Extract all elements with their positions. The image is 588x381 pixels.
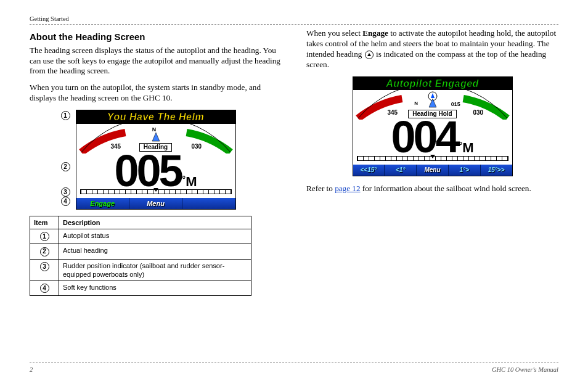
callout-3: 3 <box>61 187 70 197</box>
svg-text:N: N <box>414 100 418 106</box>
row-desc-1: Autopilot status <box>59 229 251 244</box>
softkey-engage[interactable]: Engage <box>76 198 129 209</box>
page-footer: 2 GHC 10 Owner's Manual <box>30 363 558 374</box>
row-item-4: 4 <box>40 284 49 293</box>
row-desc-4: Soft key functions <box>59 281 251 296</box>
page-number: 2 <box>30 366 33 374</box>
heading-value: 005 <box>114 154 181 188</box>
running-header: Getting Started <box>30 15 558 25</box>
svg-text:015: 015 <box>451 101 460 107</box>
row-desc-3: Rudder position indicator (sailboat and … <box>59 259 251 281</box>
rudder-position-bar <box>76 188 235 198</box>
standby-screen-figure: 1 2 3 4 You Have The Helm 345 <box>76 110 236 210</box>
softkey-blank[interactable] <box>182 198 235 209</box>
softkey-menu[interactable]: Menu <box>417 165 449 176</box>
heading-units: °M <box>182 176 197 187</box>
compass-arc: 345 N 030 Heading <box>76 124 235 154</box>
callout-2: 2 <box>61 162 70 171</box>
table-row: 1 Autopilot status <box>30 229 251 244</box>
table-row: 2 Actual heading <box>30 244 251 260</box>
row-item-1: 1 <box>40 232 49 241</box>
heading-value: 004 <box>391 120 457 154</box>
callout-4: 4 <box>61 197 70 206</box>
engage-para: When you select Engage to activate the a… <box>306 28 558 70</box>
rudder-position-bar <box>353 155 512 165</box>
heading-mode-label: Heading Hold <box>408 110 456 119</box>
compass-arc: 345 015 030 N Heading Hold <box>353 90 512 120</box>
callout-1: 1 <box>61 111 70 120</box>
callout-description-table: Item Description 1 Autopilot status 2 Ac… <box>30 216 251 297</box>
right-column: When you select Engage to activate the a… <box>306 27 558 296</box>
softkey-left1[interactable]: <1° <box>385 165 417 176</box>
heading-indicator-glyph <box>365 51 374 59</box>
triangle-up-icon <box>367 53 371 56</box>
softkey-right15[interactable]: 15°>> <box>481 165 512 176</box>
intro-para-2: When you turn on the autopilot, the syst… <box>30 83 282 104</box>
th-item: Item <box>30 216 59 229</box>
softkey-menu[interactable]: Menu <box>129 198 182 209</box>
th-desc: Description <box>59 216 251 229</box>
autopilot-status: Autopilot Engaged <box>353 77 512 90</box>
row-item-2: 2 <box>40 247 49 256</box>
engaged-screen-figure: Autopilot Engaged 345 015 <box>353 76 513 176</box>
refer-para: Refer to page 12 for information about t… <box>306 184 558 194</box>
table-row: 3 Rudder position indicator (sailboat an… <box>30 259 251 281</box>
row-item-3: 3 <box>40 262 49 271</box>
left-column: About the Heading Screen The heading scr… <box>30 27 282 296</box>
page-12-link[interactable]: page 12 <box>335 184 360 193</box>
page-title: About the Heading Screen <box>30 31 282 43</box>
softkey-right1[interactable]: 1°> <box>449 165 481 176</box>
soft-key-row: <<15° <1° Menu 1°> 15°>> <box>353 165 512 176</box>
section-name: Getting Started <box>30 15 69 23</box>
manual-title: GHC 10 Owner's Manual <box>492 366 558 374</box>
svg-marker-0 <box>152 133 160 141</box>
soft-key-row: Engage Menu <box>76 198 235 209</box>
row-desc-2: Actual heading <box>59 244 251 260</box>
table-row: 4 Soft key functions <box>30 281 251 296</box>
intro-para-1: The heading screen displays the status o… <box>30 46 282 77</box>
autopilot-status: You Have The Helm <box>76 110 235 123</box>
heading-units: °M <box>459 142 474 153</box>
softkey-left15[interactable]: <<15° <box>353 165 385 176</box>
heading-mode-label: Heading <box>139 143 172 152</box>
svg-text:N: N <box>152 126 155 133</box>
